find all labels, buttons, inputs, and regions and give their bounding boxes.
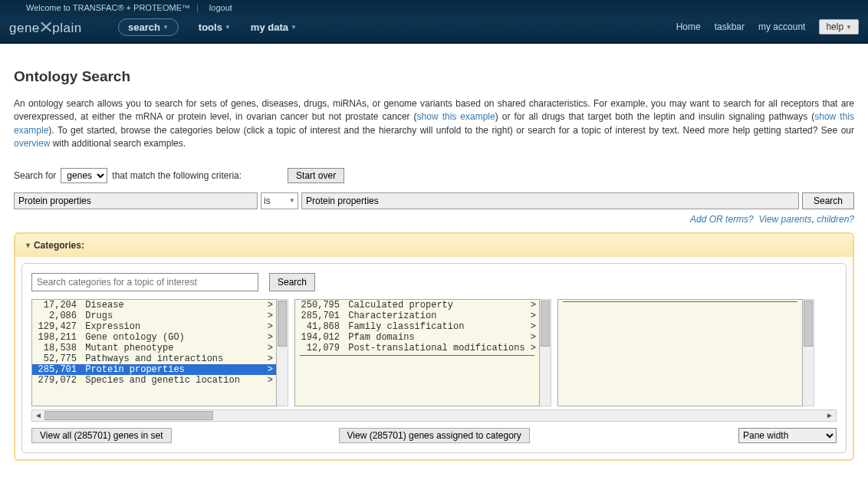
category-row[interactable]: 2,086 Drugs> bbox=[32, 311, 276, 321]
categories-body: Search 17,204 Disease>2,086 Drugs>129,42… bbox=[21, 263, 847, 453]
scrollbar-thumb[interactable] bbox=[541, 301, 550, 347]
category-label: Species and genetic location bbox=[80, 375, 268, 386]
criteria-row: Search for genes that match the followin… bbox=[14, 168, 854, 183]
chevron-right-icon: > bbox=[531, 332, 536, 343]
chevron-down-icon: ▼ bbox=[225, 24, 231, 31]
chevron-right-icon: > bbox=[268, 321, 273, 332]
header-right: Home taskbar my account help▼ bbox=[676, 19, 859, 35]
category-row[interactable]: 285,701 Protein properties> bbox=[32, 364, 276, 375]
search-button[interactable]: Search bbox=[802, 192, 854, 209]
category-count: 12,079 bbox=[298, 343, 343, 353]
add-or-link[interactable]: Add OR terms? bbox=[690, 214, 754, 225]
myaccount-link[interactable]: my account bbox=[758, 21, 805, 32]
categories-footer: View all (285701) genes in set View (285… bbox=[31, 428, 837, 443]
filter-row: is▼ Search bbox=[14, 192, 854, 209]
chevron-down-icon: ▼ bbox=[846, 24, 852, 31]
category-row[interactable]: 194,012 Pfam domains> bbox=[295, 332, 539, 343]
chevron-right-icon: > bbox=[268, 375, 273, 386]
category-label: Protein properties bbox=[80, 364, 268, 375]
welcome-text: Welcome to TRANSFAC® + PROTEOME™ bbox=[26, 3, 190, 12]
category-label: Disease bbox=[80, 300, 268, 311]
chevron-right-icon: > bbox=[268, 300, 273, 311]
intro-text-4: with additional search examples. bbox=[50, 138, 186, 149]
chevron-right-icon: > bbox=[531, 311, 536, 321]
header-main: gene✕plain search▼ tools▼ my data▼ Home … bbox=[0, 15, 868, 43]
scrollbar[interactable] bbox=[277, 299, 288, 406]
viewall-button[interactable]: View all (285701) genes in set bbox=[31, 428, 172, 443]
scroll-left-icon[interactable]: ◄ bbox=[32, 411, 44, 419]
chevron-right-icon: > bbox=[531, 321, 536, 332]
help-button[interactable]: help▼ bbox=[819, 19, 859, 35]
entity-select[interactable]: genes bbox=[61, 168, 107, 183]
category-label: Expression bbox=[80, 321, 268, 332]
logo[interactable]: gene✕plain bbox=[9, 17, 100, 37]
scrollbar-thumb[interactable] bbox=[44, 411, 213, 420]
nav-search[interactable]: search▼ bbox=[118, 18, 179, 36]
category-label: Calculated property bbox=[343, 300, 531, 311]
home-link[interactable]: Home bbox=[676, 21, 701, 32]
hint-row: Add OR terms? View parents, children? bbox=[14, 214, 854, 225]
category-pane-1: 17,204 Disease>2,086 Drugs>129,427 Expre… bbox=[31, 299, 277, 406]
page-title: Ontology Search bbox=[14, 68, 854, 85]
logo-left: gene bbox=[9, 21, 40, 35]
categories-search-input[interactable] bbox=[31, 273, 258, 291]
example-link-1[interactable]: show this example bbox=[417, 111, 495, 122]
category-count: 279,072 bbox=[35, 375, 80, 386]
app-header: Welcome to TRANSFAC® + PROTEOME™ | logou… bbox=[0, 0, 868, 44]
nav-mydata[interactable]: my data▼ bbox=[251, 21, 297, 33]
category-count: 2,086 bbox=[35, 311, 80, 321]
main-nav: search▼ tools▼ my data▼ bbox=[118, 18, 297, 36]
category-label: Mutant phenotype bbox=[80, 343, 268, 353]
category-row[interactable]: 285,701 Characterization> bbox=[295, 311, 539, 321]
category-count: 41,868 bbox=[298, 321, 343, 332]
viewassigned-button[interactable]: View (285701) genes assigned to category bbox=[339, 428, 530, 443]
category-count: 17,204 bbox=[35, 300, 80, 311]
category-field[interactable] bbox=[14, 192, 258, 209]
categories-header-label: Categories: bbox=[34, 240, 84, 251]
startover-button[interactable]: Start over bbox=[288, 168, 344, 183]
divider: | bbox=[196, 3, 199, 12]
operator-select[interactable]: is▼ bbox=[261, 192, 298, 209]
view-children-link[interactable]: children? bbox=[817, 214, 854, 225]
collapse-icon: ▼ bbox=[25, 242, 31, 249]
scrollbar-thumb[interactable] bbox=[278, 301, 287, 347]
chevron-right-icon: > bbox=[531, 300, 536, 311]
category-count: 250,795 bbox=[298, 300, 343, 311]
category-pane-3 bbox=[557, 299, 803, 406]
view-parents-link[interactable]: View parents bbox=[758, 214, 811, 225]
panewidth-select[interactable]: Pane width bbox=[738, 428, 837, 443]
category-row[interactable]: 17,204 Disease> bbox=[32, 300, 276, 311]
scroll-right-icon[interactable]: ► bbox=[824, 411, 836, 419]
chevron-right-icon: > bbox=[268, 353, 273, 364]
scroll-track[interactable] bbox=[44, 410, 824, 421]
category-row[interactable]: 250,795 Calculated property> bbox=[295, 300, 539, 311]
category-row[interactable]: 12,079 Post-translational modifications> bbox=[295, 343, 539, 353]
categories-header[interactable]: ▼ Categories: bbox=[15, 234, 853, 257]
category-count: 194,012 bbox=[298, 332, 343, 343]
category-row[interactable]: 129,427 Expression> bbox=[32, 321, 276, 332]
value-field[interactable] bbox=[301, 192, 799, 209]
overview-link[interactable]: overview bbox=[14, 138, 50, 149]
category-row[interactable]: 41,868 Family classification> bbox=[295, 321, 539, 332]
categories-search-button[interactable]: Search bbox=[269, 273, 315, 291]
nav-tools[interactable]: tools▼ bbox=[199, 21, 231, 33]
category-row[interactable]: 279,072 Species and genetic location> bbox=[32, 375, 276, 386]
taskbar-link[interactable]: taskbar bbox=[715, 21, 745, 32]
chevron-right-icon: > bbox=[268, 364, 273, 375]
category-row[interactable]: 52,775 Pathways and interactions> bbox=[32, 353, 276, 364]
chevron-down-icon: ▼ bbox=[289, 197, 295, 204]
chevron-right-icon: > bbox=[268, 343, 273, 353]
categories-box: ▼ Categories: Search 17,204 Disease>2,08… bbox=[14, 232, 854, 461]
category-row[interactable]: 18,538 Mutant phenotype> bbox=[32, 343, 276, 353]
scrollbar-thumb[interactable] bbox=[804, 301, 813, 347]
category-label: Post-translational modifications bbox=[343, 343, 531, 353]
categories-search-row: Search bbox=[31, 273, 837, 291]
scrollbar[interactable] bbox=[803, 299, 814, 406]
logo-right: plain bbox=[52, 21, 81, 35]
scrollbar[interactable] bbox=[540, 299, 551, 406]
logout-link[interactable]: logout bbox=[209, 3, 232, 12]
logo-x-icon: ✕ bbox=[38, 18, 54, 38]
header-top-bar: Welcome to TRANSFAC® + PROTEOME™ | logou… bbox=[0, 0, 868, 15]
category-row[interactable]: 198,211 Gene ontology (GO)> bbox=[32, 332, 276, 343]
horizontal-scrollbar[interactable]: ◄ ► bbox=[31, 409, 837, 422]
